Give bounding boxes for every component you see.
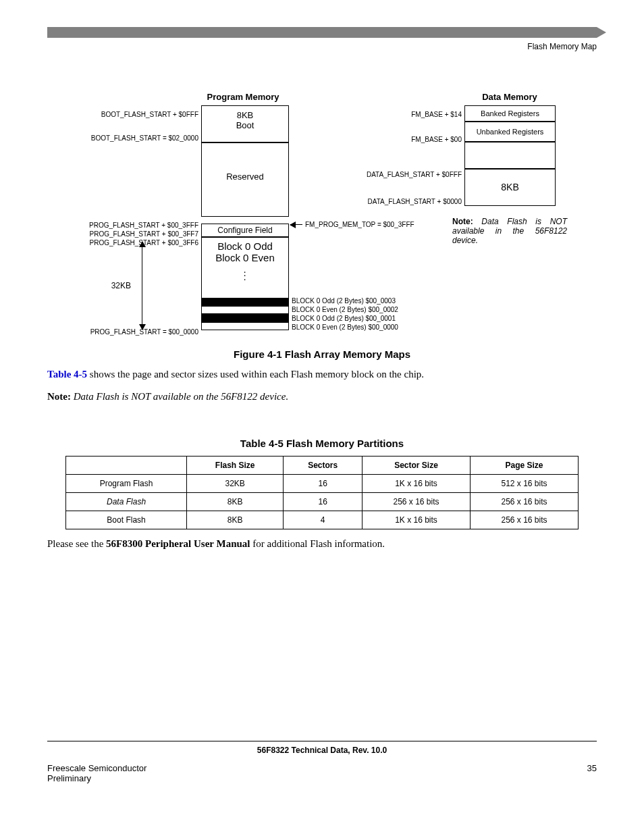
footer-left2: Preliminary — [47, 773, 146, 783]
para-1-text: shows the page and sector sizes used wit… — [87, 369, 424, 380]
unbanked-reg: Unbanked Registers — [464, 122, 556, 142]
footer-rev: 56F8322 Technical Data, Rev. 10.0 — [47, 741, 597, 755]
data-note: Note: Data Flash is NOT available in the… — [452, 217, 567, 245]
para-3a: Please see the — [47, 538, 106, 549]
footer-left1: Freescale Semiconductor — [47, 763, 146, 773]
row-light2 — [201, 322, 289, 330]
para-3c: for additional Flash information. — [250, 538, 385, 549]
boot-top-addr: BOOT_FLASH_START + $0FFF — [101, 111, 198, 118]
para-3b: 56F8300 Peripheral User Manual — [106, 538, 250, 549]
cell-sector-size: 256 x 16 bits — [363, 493, 471, 511]
cell-page-size: 512 x 16 bits — [471, 475, 579, 493]
cell-page-size: 256 x 16 bits — [471, 493, 579, 511]
cell-sector-size: 1K x 16 bits — [363, 475, 471, 493]
cell-sectors: 16 — [284, 475, 363, 493]
boot-name: Boot — [202, 120, 288, 130]
cell-flash-size: 8KB — [187, 493, 284, 511]
boot-size: 8KB — [202, 110, 288, 120]
header-bar — [47, 27, 597, 38]
table-row: Program Flash 32KB 16 1K x 16 bits 512 x… — [66, 475, 579, 493]
row2-lbl: BLOCK 0 Odd (2 Bytes) $00_0001 — [292, 315, 396, 322]
figure-4-1: Program Memory BOOT_FLASH_START + $0FFF … — [47, 92, 597, 342]
row0-lbl: BLOCK 0 Odd (2 Bytes) $00_0003 — [292, 297, 396, 305]
block0-area: Block 0 Odd Block 0 Even ... — [201, 237, 289, 298]
boot-base-addr: BOOT_FLASH_START = $02_0000 — [91, 134, 198, 142]
table-header-row: Flash Size Sectors Sector Size Page Size — [66, 457, 579, 475]
table-caption: Table 4-5 Flash Memory Partitions — [47, 438, 597, 449]
para-2-text: Data Flash is NOT available on the 56F81… — [74, 391, 288, 402]
figure-caption: Figure 4-1 Flash Array Memory Maps — [47, 348, 597, 360]
cell-sectors: 4 — [284, 511, 363, 529]
data-flash-base: DATA_FLASH_START + $0000 — [368, 198, 462, 205]
para-2: Note: Data Flash is NOT available on the… — [47, 389, 597, 405]
table-row: Boot Flash 8KB 4 1K x 16 bits 256 x 16 b… — [66, 511, 579, 529]
section-header: Flash Memory Map — [47, 42, 597, 51]
row-dark1 — [201, 298, 289, 306]
row1-lbl: BLOCK 0 Even (2 Bytes) $00_0002 — [292, 306, 398, 313]
table-row: Data Flash 8KB 16 256 x 16 bits 256 x 16… — [66, 493, 579, 511]
th-blank — [66, 457, 187, 475]
data-8kb: 8KB — [464, 169, 556, 206]
fm-base-14: FM_BASE + $14 — [411, 111, 462, 118]
cell-flash-size: 32KB — [187, 475, 284, 493]
prog-mem-title: Program Memory — [199, 92, 287, 102]
cell-name: Boot Flash — [66, 511, 187, 529]
cfg-addr2: PROG_FLASH_START + $00_3FF7 — [90, 230, 198, 238]
partition-table: Flash Size Sectors Sector Size Page Size… — [65, 456, 579, 529]
row-dark2 — [201, 314, 289, 322]
row3-lbl: BLOCK 0 Even (2 Bytes) $00_0000 — [292, 323, 398, 331]
cell-name: Program Flash — [66, 475, 187, 493]
fm-top-lbl: FM_PROG_MEM_TOP = $00_3FFF — [305, 221, 414, 228]
para-3: Please see the 56F8300 Peripheral User M… — [47, 536, 597, 552]
size-32kb: 32KB — [111, 281, 131, 290]
boot-block: 8KB Boot — [201, 105, 289, 142]
th-page-size: Page Size — [471, 457, 579, 475]
block0-odd: Block 0 Odd — [202, 240, 288, 252]
data-flash-top: DATA_FLASH_START + $0FFF — [367, 171, 462, 178]
footer-left: Freescale Semiconductor Preliminary — [47, 763, 146, 783]
configure-field: Configure Field — [201, 224, 289, 237]
prog-base-addr: PROG_FLASH_START = $00_0000 — [90, 328, 198, 336]
arrow-fm-top — [290, 224, 302, 225]
cell-page-size: 256 x 16 bits — [471, 511, 579, 529]
block0-even: Block 0 Even — [202, 252, 288, 263]
data-mem-title: Data Memory — [466, 92, 554, 102]
arrow-32kb — [142, 242, 142, 330]
page-number: 35 — [587, 763, 597, 783]
cell-sector-size: 1K x 16 bits — [363, 511, 471, 529]
th-flash-size: Flash Size — [187, 457, 284, 475]
fm-base-00: FM_BASE + $00 — [411, 136, 462, 143]
th-sectors: Sectors — [284, 457, 363, 475]
cell-name: Data Flash — [66, 493, 187, 511]
para-1: Table 4-5 shows the page and sector size… — [47, 367, 597, 382]
data-gap — [464, 142, 556, 169]
para-2-label: Note: — [47, 391, 71, 402]
reserved-block: Reserved — [201, 142, 289, 217]
cell-flash-size: 8KB — [187, 511, 284, 529]
row-light1 — [201, 306, 289, 314]
th-sector-size: Sector Size — [363, 457, 471, 475]
note-label: Note: — [452, 217, 473, 226]
banked-reg: Banked Registers — [464, 105, 556, 122]
cell-sectors: 16 — [284, 493, 363, 511]
link-table-4-5[interactable]: Table 4-5 — [47, 369, 87, 380]
cfg-addr1: PROG_FLASH_START + $00_3FFF — [89, 221, 198, 229]
